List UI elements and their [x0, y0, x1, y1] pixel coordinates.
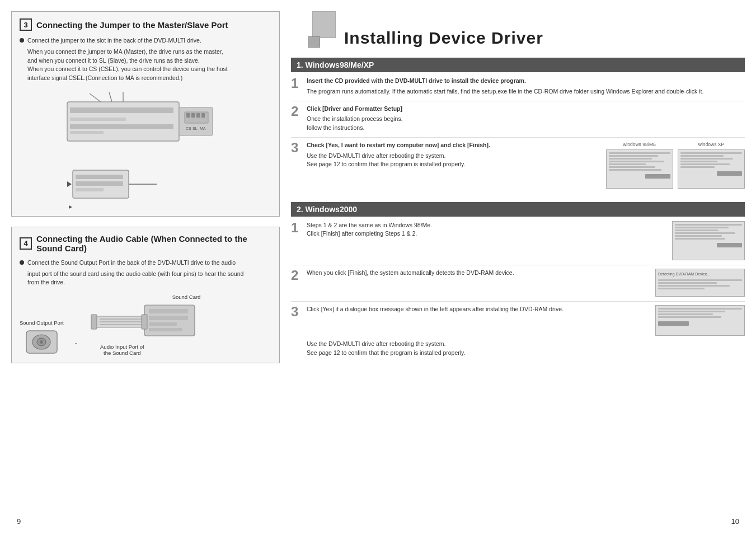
- audio-line-2: from the drive.: [27, 278, 271, 287]
- svg-rect-9: [196, 113, 200, 118]
- svg-rect-30: [149, 316, 188, 320]
- w2k-step-3-text: Click [Yes] if a dialogue box message sh…: [307, 305, 650, 314]
- line-1: When you connect the jumper to MA (Maste…: [27, 48, 271, 57]
- section-3-box: 3 Connecting the Jumper to the Master/Sl…: [11, 11, 280, 217]
- win2000-section: 2. Windows2000 1 Steps 1 & 2 are the sam…: [291, 202, 745, 358]
- cable-sound-card: Sound Card: [88, 294, 200, 356]
- svg-rect-32: [149, 328, 182, 331]
- section-4-header: 4 Connecting the Audio Cable (When Conne…: [20, 234, 271, 253]
- jumper-svg: CS SL MA: [56, 91, 235, 152]
- win98-step-3: 3 Check [Yes, I want to restart my compu…: [291, 141, 745, 189]
- w2k-step-2-content: When you click [Finish], the system auto…: [307, 269, 745, 297]
- w2k-step-3-text-area: Click [Yes] if a dialogue box message sh…: [307, 305, 650, 336]
- w2k-step-1-text: Steps 1 & 2 are the same as in Windows 9…: [307, 221, 666, 260]
- sound-output-port: Sound Output Port: [20, 320, 64, 356]
- line-3: When you connect it to CS (CSEL), you ca…: [27, 65, 271, 74]
- win98-step-1: 1 Insert the CD provided with the DVD-MU…: [291, 77, 745, 101]
- win98-header: 1. Windows98/Me/XP: [291, 58, 745, 72]
- w2k-step-3-num: 3: [291, 305, 302, 336]
- step-3-num: 3: [291, 141, 302, 189]
- svg-rect-19: [76, 181, 123, 186]
- section-4-box: 4 Connecting the Audio Cable (When Conne…: [11, 227, 280, 363]
- line-2: and when you connect it to SL (Slave), t…: [27, 57, 271, 65]
- title-icon: [308, 11, 339, 48]
- svg-rect-31: [149, 322, 177, 326]
- section-3-title: Connecting the Jumper to the Master/Slav…: [36, 20, 228, 30]
- w2k-step-2-num: 2: [291, 269, 302, 297]
- svg-rect-20: [76, 188, 104, 191]
- step-1-num: 1: [291, 77, 302, 96]
- title-area: Installing Device Driver: [291, 11, 745, 48]
- step-3-subtext: Use the DVD-MULTI drive after rebooting …: [307, 152, 600, 170]
- section-4-title: Connecting the Audio Cable (When Connect…: [36, 234, 271, 253]
- svg-rect-3: [70, 118, 126, 121]
- svg-line-14: [90, 93, 101, 102]
- bullet-dot-2: [20, 260, 24, 265]
- main-title: Installing Device Driver: [344, 29, 543, 48]
- svg-rect-37: [91, 315, 97, 329]
- jumper-diagram: CS SL MA: [20, 91, 271, 209]
- step-2-num: 2: [291, 105, 302, 133]
- step-2-subtext: Once the installation process begins, fo…: [307, 115, 745, 133]
- svg-rect-7: [186, 113, 190, 118]
- section-3-lines: When you connect the jumper to MA (Maste…: [20, 48, 271, 83]
- page-number-right: 10: [731, 517, 739, 526]
- svg-text:SL: SL: [192, 127, 198, 130]
- svg-text:CS: CS: [186, 127, 191, 130]
- svg-rect-29: [149, 309, 188, 313]
- step-3-screenshots: windows 98/ME: [606, 141, 745, 189]
- sound-output-label: Sound Output Port: [20, 320, 64, 326]
- svg-text:▶: ▶: [69, 204, 73, 209]
- svg-rect-4: [70, 124, 173, 129]
- page-number-left: 9: [17, 517, 21, 526]
- screenshot-box-98: [606, 149, 673, 189]
- svg-rect-18: [76, 175, 123, 179]
- win98-section: 1. Windows98/Me/XP 1 Insert the CD provi…: [291, 58, 745, 192]
- win2000-step-3: 3 Click [Yes] if a dialogue box message …: [291, 305, 745, 336]
- svg-rect-38: [142, 315, 147, 329]
- w2k-step-1-num: 1: [291, 221, 302, 260]
- section-3-bullet: Connect the jumper to the slot in the ba…: [20, 36, 271, 45]
- section-4-bullet: Connect the Sound Output Port in the bac…: [20, 259, 271, 268]
- label-xp: windows XP: [698, 141, 724, 148]
- cable-svg: ▶: [67, 159, 224, 209]
- w2k-step-3-content: Click [Yes] if a dialogue box message sh…: [307, 305, 745, 336]
- section-3-bullet-text: Connect the jumper to the slot in the ba…: [27, 36, 201, 45]
- w2k-step-3-screenshot: [655, 305, 745, 336]
- svg-rect-8: [191, 113, 195, 118]
- w2k-step-1-content: Steps 1 & 2 are the same as in Windows 9…: [307, 221, 745, 260]
- w2k-step-2-text: When you click [Finish], the system auto…: [307, 269, 650, 297]
- audio-line-1: input port of the sound card using the a…: [27, 270, 271, 279]
- step-3-text: Check [Yes, I want to restart my compute…: [307, 141, 600, 150]
- section-4-lines: input port of the sound card using the a…: [20, 270, 271, 288]
- section-3-header: 3 Connecting the Jumper to the Master/Sl…: [20, 18, 271, 31]
- win2000-header: 2. Windows2000: [291, 202, 745, 217]
- screenshot-98: windows 98/ME: [606, 141, 673, 189]
- win98-step-2: 2 Click [Driver and Formatter Setup] Onc…: [291, 105, 745, 138]
- step-2-content: Click [Driver and Formatter Setup] Once …: [307, 105, 745, 133]
- cable-diagram-svg: [88, 302, 200, 341]
- svg-line-15: [109, 92, 112, 102]
- section-4-bullet-text: Connect the Sound Output Port in the bac…: [27, 259, 236, 268]
- win2000-footer: Use the DVD-MULTI drive after rebooting …: [291, 339, 745, 358]
- svg-text:MA: MA: [200, 127, 206, 130]
- line-4: interface signal CSEL.(Connection to MA …: [27, 74, 271, 83]
- svg-rect-5: [70, 131, 104, 134]
- audio-input-label: Audio Input Port of the Sound Card: [88, 344, 156, 356]
- svg-point-27: [40, 340, 43, 344]
- port-svg: [24, 328, 60, 356]
- step-1-subtext: The program runs automatically. If the a…: [307, 87, 745, 96]
- svg-rect-10: [201, 113, 205, 118]
- step-3-text-area: Check [Yes, I want to restart my compute…: [307, 141, 600, 189]
- svg-marker-21: [67, 181, 72, 187]
- w2k-step-2-screenshot: Detecting DVD-RAM Device...: [655, 269, 745, 297]
- step-1-content: Insert the CD provided with the DVD-MULT…: [307, 77, 745, 96]
- section-4-number: 4: [20, 237, 32, 250]
- bullet-dot-1: [20, 38, 24, 43]
- win2000-step-1: 1 Steps 1 & 2 are the same as in Windows…: [291, 221, 745, 265]
- w2k-step-1-screenshot: [672, 221, 745, 260]
- step-3-content: Check [Yes, I want to restart my compute…: [307, 141, 745, 189]
- audio-diagram: Sound Output Port - Sound Card: [20, 294, 271, 356]
- sound-card-label: Sound Card: [88, 294, 200, 300]
- win2000-step-2: 2 When you click [Finish], the system au…: [291, 269, 745, 302]
